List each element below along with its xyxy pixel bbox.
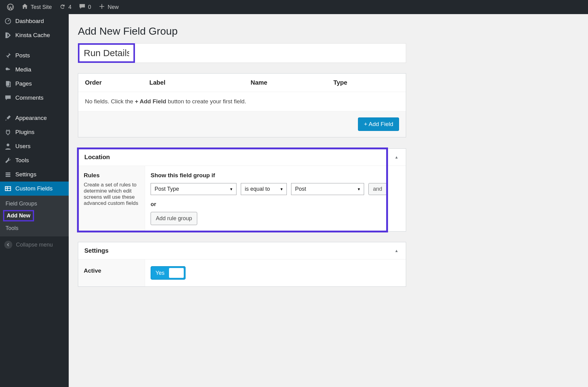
sidebar-item-comments[interactable]: Comments <box>0 91 69 105</box>
submenu-item-field-groups[interactable]: Field Groups <box>0 198 69 209</box>
settings-icon <box>4 171 12 178</box>
fields-empty-message: No fields. Click the + Add Field button … <box>78 92 406 111</box>
collapse-icon <box>4 241 12 249</box>
rules-help: Create a set of rules to determine which… <box>84 182 138 206</box>
active-toggle[interactable]: Yes <box>151 266 186 280</box>
sidebar-item-plugins[interactable]: Plugins <box>0 125 69 139</box>
plus-icon <box>98 3 105 11</box>
add-rule-group-button[interactable]: Add rule group <box>151 212 197 225</box>
group-title-spacer <box>135 43 406 63</box>
add-field-button[interactable]: + Add Field <box>358 117 399 131</box>
submenu-item-add-new[interactable]: Add New <box>3 210 34 221</box>
wordpress-icon <box>7 3 14 11</box>
wp-logo[interactable] <box>3 0 18 14</box>
svg-rect-8 <box>6 176 10 177</box>
settings-panel: Settings ▲ Active Yes <box>78 242 406 287</box>
site-name: Test Site <box>31 4 52 10</box>
svg-point-5 <box>7 144 10 146</box>
sidebar-item-label: Kinsta Cache <box>15 32 50 39</box>
rules-prompt: Show this field group if <box>151 172 400 179</box>
chevron-down-icon: ▼ <box>280 187 283 191</box>
admin-bar: Test Site 4 0 New <box>0 0 588 14</box>
settings-panel-header[interactable]: Settings ▲ <box>78 242 406 259</box>
sidebar-item-settings[interactable]: Settings <box>0 167 69 182</box>
sidebar-submenu: Field Groups Add New Tools <box>0 196 69 236</box>
sidebar-item-label: Custom Fields <box>15 185 52 192</box>
chevron-down-icon: ▼ <box>357 187 361 191</box>
sidebar-item-label: Media <box>15 66 31 73</box>
updates-link[interactable]: 4 <box>56 0 75 14</box>
sidebar-item-users[interactable]: Users <box>0 139 69 153</box>
new-label: New <box>108 4 119 10</box>
main-content: Add New Field Group Order Label Name Typ… <box>69 14 415 387</box>
col-type: Type <box>333 79 399 86</box>
setting-active-label: Active <box>78 259 145 286</box>
collapse-menu[interactable]: Collapse menu <box>0 236 69 253</box>
home-icon <box>21 3 28 11</box>
submenu-item-tools[interactable]: Tools <box>0 223 69 234</box>
admin-sidebar: Dashboard Kinsta Cache Posts Media Pages… <box>0 14 69 387</box>
kinsta-icon <box>4 32 12 39</box>
location-panel-header[interactable]: Location ▲ <box>78 149 406 166</box>
comment-icon <box>79 3 86 11</box>
sidebar-item-appearance[interactable]: Appearance <box>0 111 69 125</box>
sidebar-item-pages[interactable]: Pages <box>0 77 69 91</box>
page-title: Add New Field Group <box>78 20 406 43</box>
col-label: Label <box>149 79 251 86</box>
caret-up-icon: ▲ <box>394 248 400 253</box>
sidebar-item-label: Tools <box>15 157 29 164</box>
updates-count: 4 <box>68 4 71 10</box>
sidebar-item-custom-fields[interactable]: Custom Fields <box>0 182 69 196</box>
settings-heading: Settings <box>84 247 109 254</box>
col-name: Name <box>251 79 333 86</box>
svg-rect-7 <box>6 174 10 175</box>
group-title-highlight <box>78 43 135 63</box>
comments-count: 0 <box>88 4 91 10</box>
col-order: Order <box>85 79 149 86</box>
comments-link[interactable]: 0 <box>75 0 95 14</box>
sidebar-item-label: Settings <box>15 171 37 178</box>
rule-param-select[interactable]: Post Type ▼ <box>151 183 236 195</box>
collapse-label: Collapse menu <box>16 242 53 248</box>
refresh-icon <box>59 3 66 11</box>
rules-label: Rules <box>84 172 139 179</box>
toggle-knob <box>169 268 184 278</box>
fields-icon <box>4 185 12 192</box>
plug-icon <box>4 129 12 136</box>
sidebar-item-label: Users <box>15 143 31 150</box>
fields-panel-footer: + Add Field <box>78 111 406 137</box>
sidebar-item-label: Comments <box>15 94 44 101</box>
sidebar-item-label: Pages <box>15 80 32 87</box>
sidebar-item-tools[interactable]: Tools <box>0 153 69 167</box>
rule-operator-select[interactable]: is equal to ▼ <box>241 183 287 195</box>
pin-icon <box>4 52 12 59</box>
caret-up-icon: ▲ <box>394 155 400 159</box>
group-title-input[interactable] <box>79 45 133 61</box>
location-rules-body: Show this field group if Post Type ▼ is … <box>145 166 406 231</box>
site-link[interactable]: Test Site <box>18 0 56 14</box>
location-rules-sidebar: Rules Create a set of rules to determine… <box>78 166 145 231</box>
rule-value-select[interactable]: Post ▼ <box>291 183 364 195</box>
sidebar-item-media[interactable]: Media <box>0 63 69 77</box>
comment-icon <box>4 94 12 101</box>
sidebar-item-dashboard[interactable]: Dashboard <box>0 14 69 28</box>
dashboard-icon <box>4 18 12 25</box>
rule-and-button[interactable]: and <box>368 183 387 195</box>
sidebar-item-label: Plugins <box>15 129 34 136</box>
fields-table-header: Order Label Name Type <box>78 74 406 92</box>
rule-or-label: or <box>151 201 400 208</box>
svg-point-2 <box>6 67 8 70</box>
location-panel: Location ▲ Rules Create a set of rules t… <box>78 148 406 232</box>
wrench-icon <box>4 157 12 164</box>
sidebar-item-kinsta-cache[interactable]: Kinsta Cache <box>0 28 69 42</box>
location-heading: Location <box>84 154 110 161</box>
new-link[interactable]: New <box>95 0 122 14</box>
toggle-value: Yes <box>151 270 164 276</box>
pages-icon <box>4 80 12 87</box>
sidebar-item-posts[interactable]: Posts <box>0 48 69 63</box>
sidebar-item-label: Appearance <box>15 115 47 121</box>
brush-icon <box>4 115 12 121</box>
user-icon <box>4 143 12 150</box>
chevron-down-icon: ▼ <box>229 187 233 191</box>
sidebar-item-label: Posts <box>15 52 30 59</box>
